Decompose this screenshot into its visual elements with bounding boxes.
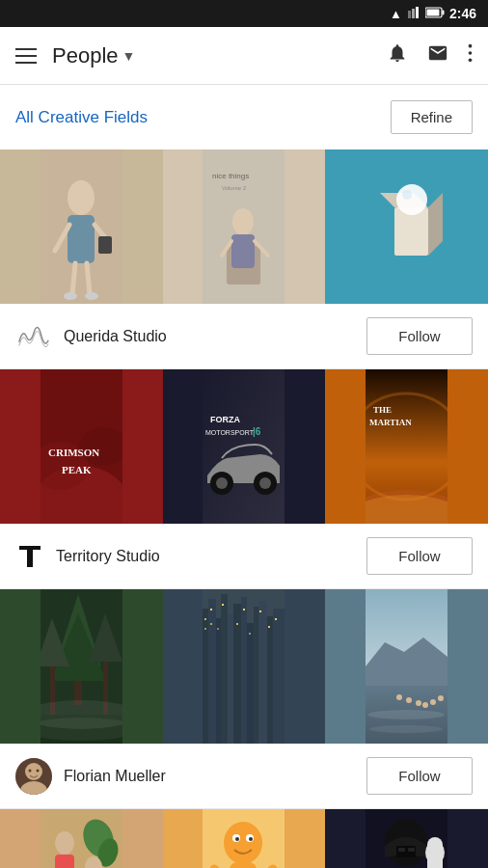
nav-title-area[interactable]: People ▼ xyxy=(52,43,387,68)
florian-img-1 xyxy=(0,589,163,744)
svg-rect-69 xyxy=(216,618,221,744)
svg-rect-22 xyxy=(231,234,255,268)
wifi-icon: ▲ xyxy=(390,7,402,21)
querida-footer: Querida Studio Follow xyxy=(0,304,488,368)
territory-img-3: THE MARTIAN xyxy=(325,369,488,524)
svg-rect-87 xyxy=(217,628,219,630)
svg-rect-130 xyxy=(427,853,443,868)
status-bar: ▲ 2:46 xyxy=(0,0,488,27)
svg-point-43 xyxy=(259,477,271,489)
svg-point-31 xyxy=(396,184,427,215)
querida-img-1 xyxy=(0,149,163,304)
florian-follow-button[interactable]: Follow xyxy=(366,757,473,795)
clock: 2:46 xyxy=(449,6,476,21)
svg-point-96 xyxy=(416,700,421,706)
svg-rect-89 xyxy=(249,633,251,635)
territory-portfolio-grid: CRIMSON PEAK xyxy=(0,369,488,524)
svg-rect-74 xyxy=(247,623,254,744)
svg-rect-109 xyxy=(55,854,74,868)
florian-avatar xyxy=(15,758,52,795)
florian-img-3 xyxy=(325,589,488,744)
svg-point-95 xyxy=(406,697,412,703)
svg-rect-90 xyxy=(268,626,270,628)
svg-rect-79 xyxy=(204,618,206,620)
svg-text:MOTORSPORT: MOTORSPORT xyxy=(205,429,255,436)
querida-avatar xyxy=(15,323,52,350)
svg-rect-68 xyxy=(208,599,216,744)
svg-point-106 xyxy=(37,769,40,772)
partial-portfolio-grid xyxy=(0,809,488,868)
svg-point-41 xyxy=(216,477,228,489)
querida-portfolio-grid: nice things Volume 2 xyxy=(0,149,488,304)
filter-label: All Creative Fields xyxy=(15,108,148,127)
svg-rect-70 xyxy=(221,594,228,744)
svg-point-8 xyxy=(469,58,473,62)
territory-follow-button[interactable]: Follow xyxy=(366,537,473,575)
svg-point-115 xyxy=(224,822,262,864)
svg-rect-1 xyxy=(412,9,415,18)
querida-follow-button[interactable]: Follow xyxy=(366,317,473,355)
territory-footer: Territory Studio Follow xyxy=(0,524,488,588)
svg-point-105 xyxy=(29,769,32,772)
more-options-icon[interactable] xyxy=(468,42,473,69)
florian-footer: Florian Mueller Follow xyxy=(0,744,488,808)
battery-icon xyxy=(425,7,445,20)
person-card-territory: CRIMSON PEAK xyxy=(0,369,488,589)
territory-avatar xyxy=(15,542,44,571)
mail-icon[interactable] xyxy=(427,42,448,69)
svg-rect-0 xyxy=(408,11,411,18)
svg-text:CRIMSON: CRIMSON xyxy=(48,447,99,458)
top-nav: People ▼ xyxy=(0,27,488,85)
svg-rect-77 xyxy=(267,616,273,744)
svg-point-21 xyxy=(232,208,254,235)
svg-point-32 xyxy=(402,190,412,200)
svg-rect-73 xyxy=(241,597,247,744)
svg-rect-88 xyxy=(236,623,238,625)
svg-text:PEAK: PEAK xyxy=(62,464,92,475)
filter-row: All Creative Fields Refine xyxy=(0,85,488,149)
territory-img-1: CRIMSON PEAK xyxy=(0,369,163,524)
svg-rect-82 xyxy=(210,623,212,625)
svg-line-16 xyxy=(87,263,90,294)
svg-text:|6: |6 xyxy=(253,426,261,437)
partial-img-3 xyxy=(325,809,488,868)
svg-rect-11 xyxy=(68,215,95,263)
refine-button[interactable]: Refine xyxy=(391,100,473,134)
svg-rect-4 xyxy=(442,11,444,15)
querida-img-3 xyxy=(325,149,488,304)
svg-text:MARTIAN: MARTIAN xyxy=(369,418,412,427)
svg-point-101 xyxy=(369,725,443,733)
svg-rect-71 xyxy=(228,613,233,744)
svg-rect-54 xyxy=(27,546,33,567)
svg-line-15 xyxy=(72,263,75,294)
svg-rect-127 xyxy=(408,848,415,852)
svg-text:Volume 2: Volume 2 xyxy=(222,185,247,191)
svg-rect-126 xyxy=(398,848,405,852)
chevron-down-icon: ▼ xyxy=(122,48,136,64)
svg-rect-83 xyxy=(222,604,224,606)
status-icons: ▲ 2:46 xyxy=(390,6,476,21)
svg-point-6 xyxy=(469,43,473,47)
svg-point-119 xyxy=(249,837,253,841)
querida-img-2: nice things Volume 2 xyxy=(163,149,326,304)
person-card-partial xyxy=(0,809,488,868)
svg-point-98 xyxy=(430,699,436,705)
svg-text:nice things: nice things xyxy=(212,172,249,180)
territory-name: Territory Studio xyxy=(56,548,355,565)
svg-rect-5 xyxy=(426,10,439,16)
svg-point-17 xyxy=(64,292,77,300)
florian-portfolio-grid xyxy=(0,589,488,744)
florian-name: Florian Mueller xyxy=(64,768,355,785)
svg-point-18 xyxy=(85,292,98,300)
florian-img-2 xyxy=(163,589,326,744)
svg-point-118 xyxy=(235,837,239,841)
svg-rect-85 xyxy=(259,610,261,612)
bell-icon[interactable] xyxy=(387,42,408,69)
menu-button[interactable] xyxy=(15,48,37,64)
svg-rect-2 xyxy=(416,7,419,18)
svg-rect-75 xyxy=(254,607,258,744)
svg-point-65 xyxy=(41,718,122,741)
svg-text:FORZA: FORZA xyxy=(210,415,240,424)
partial-img-1 xyxy=(0,809,163,868)
person-card-querida: nice things Volume 2 xyxy=(0,149,488,369)
